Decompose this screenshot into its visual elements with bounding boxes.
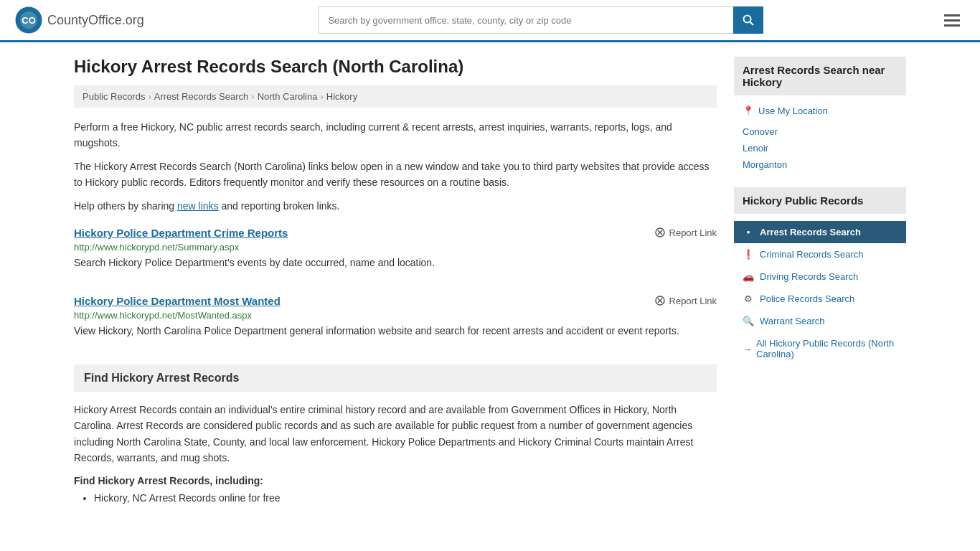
sidebar-item-police-records[interactable]: ⚙ Police Records Search	[734, 288, 906, 310]
search-input[interactable]	[319, 6, 733, 34]
use-location-row: 📍 Use My Location	[734, 103, 906, 119]
record-link-0[interactable]: Hickory Police Department Crime Reports	[74, 227, 288, 239]
sidebar-item-label-2: Driving Records Search	[760, 271, 858, 282]
sidebar-item-warrant-search[interactable]: 🔍 Warrant Search	[734, 310, 906, 332]
sidebar-item-driving-records[interactable]: 🚗 Driving Records Search	[734, 265, 906, 288]
find-list: Hickory, NC Arrest Records online for fr…	[74, 492, 717, 504]
list-item: Hickory, NC Arrest Records online for fr…	[94, 492, 717, 504]
hamburger-icon	[944, 14, 960, 27]
all-records-link[interactable]: → All Hickory Public Records (North Caro…	[734, 332, 906, 365]
intro-para-3: Help others by sharing new links and rep…	[74, 198, 717, 214]
header: CO CountyOffice.org	[0, 0, 980, 42]
record-url-1: http://www.hickorypd.net/MostWanted.aspx	[74, 310, 717, 321]
breadcrumb-sep-2: ›	[251, 91, 254, 102]
record-item-1: Hickory Police Department Most Wanted Re…	[74, 295, 717, 350]
record-desc-1: View Hickory, North Carolina Police Depa…	[74, 324, 717, 339]
new-links-link[interactable]: new links	[177, 200, 219, 212]
police-records-icon: ⚙	[743, 293, 754, 304]
record-title-0: Hickory Police Department Crime Reports	[74, 227, 288, 239]
intro-para-1: Perform a free Hickory, NC public arrest…	[74, 119, 717, 151]
content-area: Hickory Arrest Records Search (North Car…	[74, 57, 717, 505]
search-area	[319, 6, 763, 34]
breadcrumb-north-carolina[interactable]: North Carolina	[258, 91, 318, 102]
logo-text-area: CountyOffice.org	[47, 13, 144, 28]
use-my-location-link[interactable]: Use My Location	[758, 105, 828, 116]
intro-para-2: The Hickory Arrest Records Search (North…	[74, 159, 717, 191]
logo-area: CO CountyOffice.org	[14, 6, 144, 34]
logo-brand: CountyOffice.org	[47, 13, 144, 27]
report-icon-0	[655, 227, 665, 237]
sidebar-item-label-4: Warrant Search	[760, 316, 825, 326]
find-heading: Find Hickory Arrest Records	[84, 372, 707, 385]
report-link-button-1[interactable]: Report Link	[655, 296, 717, 306]
location-pin-icon: 📍	[743, 105, 754, 116]
warrant-search-icon: 🔍	[743, 316, 754, 326]
arrow-right-icon: →	[743, 344, 752, 354]
record-title-row-0: Hickory Police Department Crime Reports …	[74, 227, 717, 239]
svg-text:CO: CO	[22, 15, 36, 26]
nearby-city-0[interactable]: Conover	[734, 123, 906, 140]
arrest-records-icon: ▪	[743, 227, 754, 237]
intro-section: Perform a free Hickory, NC public arrest…	[74, 119, 717, 214]
sidebar-item-label-3: Police Records Search	[760, 293, 854, 304]
record-title-1: Hickory Police Department Most Wanted	[74, 295, 281, 307]
breadcrumb-public-records[interactable]: Public Records	[83, 91, 145, 102]
report-icon-1	[655, 296, 665, 306]
menu-button[interactable]	[938, 11, 966, 29]
sidebar-item-label-1: Criminal Records Search	[760, 249, 864, 260]
record-link-1[interactable]: Hickory Police Department Most Wanted	[74, 295, 281, 307]
driving-records-icon: 🚗	[743, 271, 754, 282]
svg-point-3	[744, 16, 751, 23]
record-desc-0: Search Hickory Police Department's event…	[74, 255, 717, 270]
breadcrumb-sep-3: ›	[320, 91, 323, 102]
page-title: Hickory Arrest Records Search (North Car…	[74, 57, 717, 77]
sidebar-nearby-title: Arrest Records Search near Hickory	[734, 57, 906, 95]
all-records-label: All Hickory Public Records (North Caroli…	[756, 338, 897, 359]
sidebar-item-criminal-records[interactable]: ❗ Criminal Records Search	[734, 243, 906, 265]
sidebar-public-records-title: Hickory Public Records	[734, 187, 906, 214]
breadcrumb-sep-1: ›	[148, 91, 151, 102]
logo-icon: CO	[14, 6, 43, 34]
main-container: Hickory Arrest Records Search (North Car…	[60, 42, 920, 519]
sidebar-nearby: Arrest Records Search near Hickory 📍 Use…	[734, 57, 906, 173]
records-list: Hickory Police Department Crime Reports …	[74, 227, 717, 350]
record-title-row-1: Hickory Police Department Most Wanted Re…	[74, 295, 717, 307]
record-url-0: http://www.hickorypd.net/Summary.aspx	[74, 242, 717, 253]
record-item-0: Hickory Police Department Crime Reports …	[74, 227, 717, 282]
search-icon	[743, 14, 754, 26]
breadcrumb-hickory[interactable]: Hickory	[326, 91, 357, 102]
report-link-button-0[interactable]: Report Link	[655, 227, 717, 238]
nearby-city-1[interactable]: Lenoir	[734, 140, 906, 156]
svg-line-4	[750, 22, 754, 26]
sidebar-item-arrest-records[interactable]: ▪ Arrest Records Search	[734, 221, 906, 243]
sidebar: Arrest Records Search near Hickory 📍 Use…	[734, 57, 906, 505]
criminal-records-icon: ❗	[743, 249, 754, 260]
sidebar-item-label-0: Arrest Records Search	[760, 227, 861, 237]
find-section: Find Hickory Arrest Records	[74, 364, 717, 392]
find-description: Hickory Arrest Records contain an indivi…	[74, 402, 717, 466]
nearby-city-2[interactable]: Morganton	[734, 156, 906, 173]
breadcrumb-arrest-records[interactable]: Arrest Records Search	[154, 91, 249, 102]
sidebar-public-records: Hickory Public Records ▪ Arrest Records …	[734, 187, 906, 365]
find-including-label: Find Hickory Arrest Records, including:	[74, 475, 717, 486]
breadcrumb: Public Records › Arrest Records Search ›…	[74, 85, 717, 108]
search-button[interactable]	[733, 6, 763, 34]
